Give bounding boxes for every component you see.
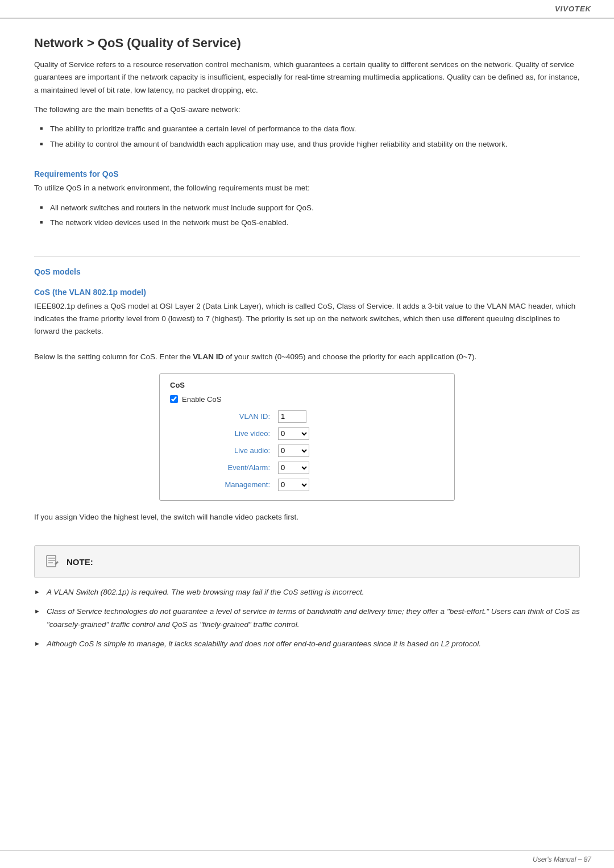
page-number: User's Manual – 87 xyxy=(533,855,591,863)
vlan-id-label: VLAN ID: xyxy=(187,412,278,421)
management-label: Management: xyxy=(187,480,278,489)
cos-para1: IEEE802.1p defines a QoS model at OSI La… xyxy=(34,300,580,338)
qos-models-heading: QoS models xyxy=(34,267,580,276)
benefit-item-2: The ability to control the amount of ban… xyxy=(40,138,580,151)
pencil-icon xyxy=(44,554,60,570)
page-title: Network > QoS (Quality of Service) xyxy=(34,36,580,51)
note-icon xyxy=(43,553,61,571)
vlan-id-input[interactable] xyxy=(278,410,306,423)
management-value: 0123 4567 xyxy=(278,479,323,491)
intro-paragraph: Quality of Service refers to a resource … xyxy=(34,59,580,97)
cos-para2-bold: VLAN ID xyxy=(193,352,223,361)
live-audio-label: Live audio: xyxy=(187,446,278,455)
benefit-item-1: The ability to prioritize traffic and gu… xyxy=(40,123,580,135)
cos-enable-label: Enable CoS xyxy=(182,395,221,404)
cos-box: CoS Enable CoS VLAN ID: Live video: 0123… xyxy=(159,373,455,501)
req-intro: To utilize QoS in a network environment,… xyxy=(34,182,580,194)
note-label: NOTE: xyxy=(67,557,93,567)
req-item-1: All network switches and routers in the … xyxy=(40,202,580,214)
live-audio-select[interactable]: 0123 4567 xyxy=(278,445,309,457)
cos-heading: CoS (the VLAN 802.1p model) xyxy=(34,288,580,297)
cos-box-title: CoS xyxy=(170,381,444,389)
req-item-2: The network video devices used in the ne… xyxy=(40,217,580,229)
note-item-2: Class of Service technologies do not gua… xyxy=(34,605,580,631)
section-divider-1 xyxy=(34,256,580,257)
bottom-bar: User's Manual – 87 xyxy=(0,850,614,868)
enable-cos-checkbox[interactable] xyxy=(170,395,178,403)
benefits-intro: The following are the main benefits of a… xyxy=(34,103,580,116)
svg-marker-4 xyxy=(55,561,59,565)
svg-rect-0 xyxy=(47,555,56,567)
live-video-select[interactable]: 0123 4567 xyxy=(278,427,309,440)
main-content: Network > QoS (Quality of Service) Quali… xyxy=(0,19,614,680)
note-item-3: Although CoS is simple to manage, it lac… xyxy=(34,638,580,650)
cos-after-text: If you assign Video the highest level, t… xyxy=(34,511,580,524)
note-items-list: A VLAN Switch (802.1p) is required. The … xyxy=(34,586,580,650)
page-wrapper: VIVOTEK Network > QoS (Quality of Servic… xyxy=(0,0,614,868)
req-list: All network switches and routers in the … xyxy=(40,202,580,229)
event-alarm-value: 0123 4567 xyxy=(278,462,323,474)
live-audio-value: 0123 4567 xyxy=(278,445,323,457)
top-bar: VIVOTEK xyxy=(0,0,614,19)
live-video-label: Live video: xyxy=(187,429,278,438)
note-box: NOTE: xyxy=(34,545,580,578)
benefits-list: The ability to prioritize traffic and gu… xyxy=(40,123,580,150)
event-alarm-label: Event/Alarm: xyxy=(187,463,278,472)
req-heading: Requirements for QoS xyxy=(34,169,580,178)
vlan-id-value xyxy=(278,410,323,423)
cos-para2: Below is the setting column for CoS. Ent… xyxy=(34,351,580,363)
cos-fields: VLAN ID: Live video: 0123 4567 Live audi… xyxy=(187,410,444,491)
note-item-1: A VLAN Switch (802.1p) is required. The … xyxy=(34,586,580,599)
event-alarm-select[interactable]: 0123 4567 xyxy=(278,462,309,474)
management-select[interactable]: 0123 4567 xyxy=(278,479,309,491)
cos-para2-suffix: of your switch (0~4095) and choose the p… xyxy=(223,352,476,361)
brand-name: VIVOTEK xyxy=(555,5,591,13)
cos-enable-row: Enable CoS xyxy=(170,395,444,404)
cos-para2-prefix: Below is the setting column for CoS. Ent… xyxy=(34,352,193,361)
live-video-value: 0123 4567 xyxy=(278,427,323,440)
